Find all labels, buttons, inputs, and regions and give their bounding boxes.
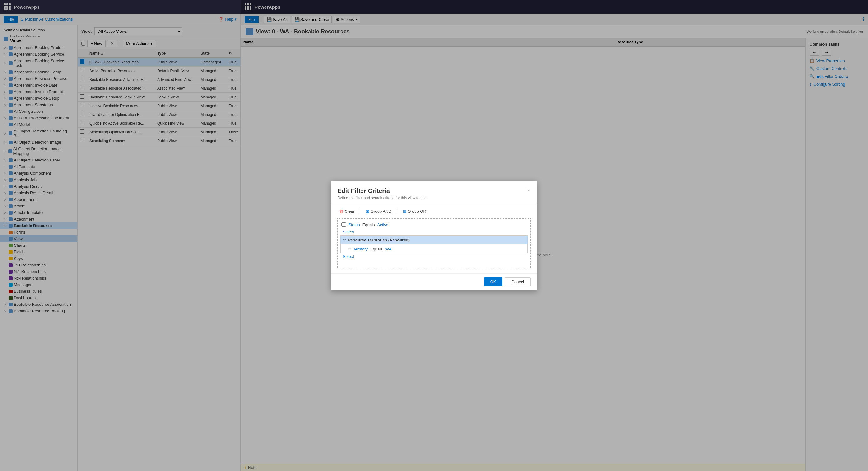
territory-field-link[interactable]: Territory <box>353 247 368 251</box>
filter-row-status: Status Equals Active <box>340 221 528 228</box>
group-header-row[interactable]: ▽ Resource Territories (Resource) <box>341 236 527 244</box>
filter-toolbar: 🗑 Clear ⊞ Group AND ⊞ Group OR <box>337 208 531 214</box>
clear-button[interactable]: 🗑 Clear <box>337 208 356 214</box>
group-expand-icon: ▽ <box>343 238 346 242</box>
group-container: ▽ Resource Territories (Resource) ▽ Terr… <box>340 236 528 253</box>
edit-filter-modal: Edit Filter Criteria Define the filter a… <box>331 181 537 291</box>
modal-close-button[interactable]: × <box>527 188 531 194</box>
filter-criteria-area: Status Equals Active Select ▽ Resource T… <box>337 218 531 268</box>
group-and-icon: ⊞ <box>366 209 369 214</box>
modal-body: 🗑 Clear ⊞ Group AND ⊞ Group OR <box>331 203 537 273</box>
modal-footer: OK Cancel <box>331 273 537 290</box>
modal-subtitle: Define the filter and search criteria fo… <box>337 196 428 200</box>
ok-button[interactable]: OK <box>484 277 502 287</box>
group-and-label: Group AND <box>371 209 391 214</box>
clear-icon: 🗑 <box>339 209 343 214</box>
group-or-icon: ⊞ <box>403 209 406 214</box>
status-field-link[interactable]: Status <box>348 223 360 227</box>
modal-overlay[interactable]: Edit Filter Criteria Define the filter a… <box>0 0 868 471</box>
status-row-checkbox[interactable] <box>341 223 346 227</box>
territory-operator: Equals <box>370 247 383 251</box>
territory-value-link[interactable]: WA <box>385 247 392 251</box>
status-operator: Equals <box>362 223 375 227</box>
modal-header: Edit Filter Criteria Define the filter a… <box>331 181 537 203</box>
group-name-link[interactable]: Resource Territories (Resource) <box>348 238 410 242</box>
group-sub-expand: ▽ <box>348 247 350 251</box>
clear-label: Clear <box>345 209 354 214</box>
group-and-button[interactable]: ⊞ Group AND <box>364 208 393 214</box>
group-or-label: Group OR <box>408 209 426 214</box>
group-filter-row: ▽ Territory Equals WA <box>341 245 527 253</box>
status-value-link[interactable]: Active <box>377 223 389 227</box>
group-or-button[interactable]: ⊞ Group OR <box>401 208 428 214</box>
filter-sep-1 <box>360 208 360 214</box>
cancel-button[interactable]: Cancel <box>505 277 531 287</box>
select-link-2[interactable]: Select <box>343 254 528 259</box>
modal-title: Edit Filter Criteria <box>337 188 428 195</box>
select-link-1[interactable]: Select <box>343 230 528 234</box>
